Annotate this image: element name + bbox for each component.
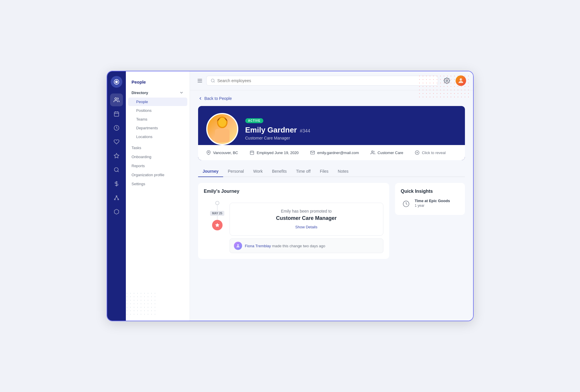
detail-employed: Employed June 19, 2020 — [250, 150, 299, 155]
tab-time-off[interactable]: Time off — [291, 166, 315, 177]
profile-banner: ACTIVE Emily Gardner #344 Customer Care … — [198, 106, 465, 145]
svg-point-33 — [371, 151, 373, 152]
sidebar-icon-calendar[interactable] — [110, 107, 123, 120]
location-icon — [206, 150, 211, 155]
back-link-label: Back to People — [205, 96, 232, 101]
profile-avatar-wrap — [206, 113, 238, 145]
salary-value: Click to reveal — [422, 151, 446, 155]
settings-icon-btn[interactable] — [442, 75, 452, 86]
svg-point-38 — [237, 244, 239, 246]
svg-rect-29 — [250, 151, 254, 155]
settings-icon — [444, 77, 450, 84]
sidebar-icon-people[interactable] — [110, 93, 123, 106]
email-value: emily.gardner@mail.com — [317, 151, 359, 155]
employee-name: Emily Gardner — [245, 126, 297, 135]
timeline-dot-empty — [215, 201, 219, 205]
insight-item-time: Time at Epic Goods 1 year — [401, 199, 459, 209]
quick-insights-card: Quick Insights Time at Epic Goods 1 year — [395, 183, 465, 215]
nav-item-org-profile[interactable]: Organization profile — [126, 170, 190, 179]
email-icon — [310, 150, 315, 155]
svg-point-22 — [446, 80, 448, 82]
tab-benefits[interactable]: Benefits — [267, 166, 292, 177]
svg-line-15 — [115, 197, 117, 199]
journey-event-card: Emily has been promoted to Customer Care… — [230, 203, 383, 236]
nav-item-onboarding[interactable]: Onboarding — [126, 152, 190, 161]
department-value: Customer Care — [378, 151, 403, 155]
sidebar-icon-star[interactable] — [110, 149, 123, 162]
profile-avatar — [206, 113, 238, 145]
show-details-link[interactable]: Show Details — [295, 225, 318, 229]
topbar — [190, 71, 473, 90]
tab-work[interactable]: Work — [248, 166, 267, 177]
timeline: MAY 25 Emily has been pr — [204, 200, 383, 253]
svg-point-28 — [208, 152, 209, 153]
salary-icon — [415, 150, 419, 155]
menu-icon[interactable] — [197, 78, 203, 84]
nav-group-directory-label: Directory — [132, 91, 148, 95]
search-input[interactable] — [217, 78, 433, 83]
tab-personal[interactable]: Personal — [223, 166, 248, 177]
main-content: Back to People — [190, 71, 473, 321]
nav-group-directory: Directory People Positions Teams Departm… — [126, 88, 190, 141]
journey-card: Emily's Journey MAY 25 — [198, 183, 389, 259]
app-logo[interactable] — [111, 76, 122, 88]
journey-event-title: Customer Care Manager — [236, 215, 377, 221]
back-arrow-icon — [198, 96, 203, 101]
star-icon — [215, 223, 220, 227]
app-wrapper: People Directory People Positions Teams … — [107, 71, 474, 321]
department-icon — [371, 150, 375, 155]
journey-card-title: Emily's Journey — [204, 189, 383, 194]
icon-sidebar — [107, 71, 126, 321]
page-body: Back to People — [190, 90, 473, 321]
employee-title: Customer Care Manager — [245, 136, 457, 140]
svg-line-16 — [117, 197, 118, 199]
sidebar-icon-box[interactable] — [110, 205, 123, 218]
sidebar-icon-search[interactable] — [110, 163, 123, 176]
profile-name-row: Emily Gardner #344 — [245, 126, 457, 135]
search-icon — [211, 78, 215, 83]
detail-email: emily.gardner@mail.com — [310, 150, 359, 155]
change-author-name: Fiona Tremblay — [245, 244, 271, 248]
timeline-dot-star — [212, 220, 223, 230]
tab-files[interactable]: Files — [315, 166, 333, 177]
svg-point-23 — [460, 78, 462, 81]
svg-line-10 — [117, 171, 119, 172]
sidebar-icon-network[interactable] — [110, 191, 123, 204]
location-value: Vancouver, BC — [213, 151, 238, 155]
journey-event-text: Emily has been promoted to — [236, 209, 377, 213]
nav-item-settings[interactable]: Settings — [126, 179, 190, 188]
svg-point-14 — [118, 199, 119, 200]
nav-item-positions[interactable]: Positions — [128, 106, 187, 115]
svg-point-12 — [116, 196, 117, 197]
nav-item-tasks[interactable]: Tasks — [126, 143, 190, 152]
insight-clock-icon — [401, 199, 411, 209]
nav-item-reports[interactable]: Reports — [126, 161, 190, 170]
nav-section-title: People — [126, 77, 190, 88]
nav-item-teams[interactable]: Teams — [128, 115, 187, 123]
sidebar-icon-clock[interactable] — [110, 121, 123, 134]
avatar-icon — [457, 77, 464, 84]
insights-title: Quick Insights — [401, 189, 459, 194]
nav-group-directory-header[interactable]: Directory — [126, 88, 190, 97]
back-to-people-link[interactable]: Back to People — [198, 96, 465, 101]
tab-journey[interactable]: Journey — [198, 166, 223, 177]
timeline-date-badge: MAY 25 — [210, 211, 224, 216]
search-bar[interactable] — [206, 76, 438, 86]
tab-notes[interactable]: Notes — [333, 166, 353, 177]
sidebar-icon-dollar[interactable] — [110, 177, 123, 190]
nav-item-locations[interactable]: Locations — [128, 133, 187, 141]
nav-item-people[interactable]: People — [128, 98, 187, 106]
status-badge: ACTIVE — [245, 118, 264, 123]
svg-marker-37 — [215, 223, 219, 227]
nav-item-departments[interactable]: Departments — [128, 124, 187, 132]
svg-line-21 — [214, 82, 214, 82]
svg-point-27 — [218, 118, 226, 127]
user-avatar[interactable] — [456, 75, 466, 86]
sidebar-icon-heart[interactable] — [110, 135, 123, 148]
svg-point-9 — [114, 168, 118, 172]
detail-salary[interactable]: Click to reveal — [415, 150, 446, 155]
svg-rect-25 — [215, 129, 230, 142]
tabs-bar: Journey Personal Work Benefits Time off … — [198, 166, 465, 177]
change-author-avatar — [234, 242, 242, 250]
nav-sidebar: People Directory People Positions Teams … — [126, 71, 190, 321]
